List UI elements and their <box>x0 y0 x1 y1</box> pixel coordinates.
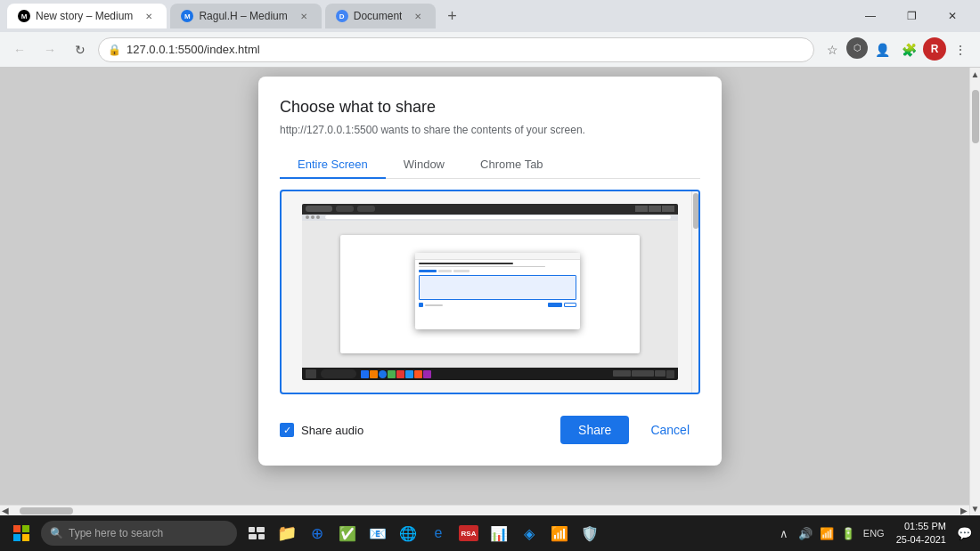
screen-preview-image <box>302 204 677 381</box>
lock-icon: 🔒 <box>108 44 121 56</box>
tab-entire-screen[interactable]: Entire Screen <box>280 150 386 178</box>
scroll-left-button[interactable]: ◀ <box>0 506 11 515</box>
scroll-right-button[interactable]: ▶ <box>959 506 969 515</box>
preview-container <box>282 191 698 393</box>
scroll-track-vertical <box>970 81 980 502</box>
notification-button[interactable]: 💬 <box>955 517 973 549</box>
nav-icons: ☆ ⬡ 👤 🧩 R ⋮ <box>820 37 973 62</box>
dialog-footer: ✓ Share audio Share Cancel <box>280 409 700 444</box>
bookmark-icon[interactable]: ☆ <box>820 37 845 62</box>
svg-rect-5 <box>257 527 265 532</box>
taskbar-icon-wifi[interactable]: 📶 <box>545 517 574 549</box>
taskbar-icon-task-view[interactable] <box>242 517 271 549</box>
share-audio-label: Share audio <box>301 424 363 437</box>
browser-frame: M New story – Medium ✕ M Ragul.H – Mediu… <box>0 0 980 551</box>
taskbar-icon-backup[interactable]: 🛡️ <box>576 517 604 549</box>
forward-button[interactable]: → <box>37 37 62 62</box>
share-dialog: Choose what to share http://127.0.0.1:55… <box>258 77 722 466</box>
svg-rect-2 <box>13 534 20 541</box>
taskbar-icon-powerpoint[interactable]: 📊 <box>485 517 513 549</box>
tab-favicon-medium: M <box>18 10 30 22</box>
tab-favicon-ragul: M <box>181 10 193 22</box>
scroll-thumb-horizontal <box>20 507 73 515</box>
extension-icon-2[interactable]: 👤 <box>870 37 894 62</box>
taskbar-icon-vs[interactable]: ◈ <box>515 517 543 549</box>
taskbar-icon-ie[interactable]: e <box>424 517 453 549</box>
scroll-down-button[interactable]: ▼ <box>969 502 980 515</box>
taskbar-icon-chrome[interactable]: 🌐 <box>394 517 422 549</box>
dialog-subtitle: http://127.0.0.1:5500 wants to share the… <box>280 124 700 136</box>
dialog-overlay: Choose what to share http://127.0.0.1:55… <box>0 68 980 551</box>
taskbar: 🔍 Type here to search 📁 ⊕ ✅ 📧 🌐 e <box>0 515 980 551</box>
tab-document[interactable]: D Document ✕ <box>325 4 437 28</box>
clock-time: 01:55 PM <box>896 520 946 533</box>
tab-favicon-doc: D <box>336 10 348 22</box>
window-controls: — ❐ ✕ <box>850 4 973 28</box>
extension-icon-1[interactable]: ⬡ <box>846 37 868 59</box>
share-button[interactable]: Share <box>560 416 629 444</box>
cancel-button[interactable]: Cancel <box>640 416 700 444</box>
tray-show-hidden[interactable]: ∧ <box>775 517 793 549</box>
tray-battery[interactable]: 🔋 <box>839 517 857 549</box>
share-tabs: Entire Screen Window Chrome Tab <box>280 150 700 179</box>
scroll-thumb-vertical <box>972 90 979 143</box>
taskbar-icon-file-explorer[interactable]: 📁 <box>273 517 301 549</box>
taskbar-icon-rsa[interactable]: RSA <box>454 517 483 549</box>
share-audio-option[interactable]: ✓ Share audio <box>280 423 363 437</box>
tab-close-ragul[interactable]: ✕ <box>297 9 311 23</box>
clock-date: 25-04-2021 <box>896 533 946 547</box>
profile-avatar[interactable]: R <box>923 37 946 61</box>
tab-chrome-tab[interactable]: Chrome Tab <box>462 150 561 178</box>
dialog-actions: Share Cancel <box>560 416 700 444</box>
scroll-track-horizontal <box>11 506 959 515</box>
tab-window[interactable]: Window <box>386 150 462 178</box>
screen-preview-area[interactable] <box>280 190 700 394</box>
search-placeholder: Type here to search <box>69 527 163 539</box>
checkmark-icon: ✓ <box>283 425 291 435</box>
new-tab-button[interactable]: + <box>439 4 464 28</box>
preview-scrollbar[interactable] <box>691 191 698 393</box>
preview-scrollbar-thumb <box>693 193 698 229</box>
svg-rect-1 <box>22 525 29 532</box>
menu-button[interactable]: ⋮ <box>948 37 973 62</box>
close-button[interactable]: ✕ <box>932 4 973 28</box>
restore-button[interactable]: ❐ <box>891 4 932 28</box>
address-text: 127.0.0.1:5500/index.html <box>127 43 260 56</box>
taskbar-search[interactable]: 🔍 Type here to search <box>41 521 237 546</box>
tab-close-new-story[interactable]: ✕ <box>142 9 156 23</box>
extension-icon-3[interactable]: 🧩 <box>896 37 921 62</box>
page-scrollbar-horizontal[interactable]: ◀ ▶ <box>0 505 969 515</box>
taskbar-icon-edge[interactable]: ⊕ <box>303 517 331 549</box>
title-bar: M New story – Medium ✕ M Ragul.H – Mediu… <box>0 0 980 32</box>
taskbar-pinned-icons: 📁 ⊕ ✅ 📧 🌐 e RSA 📊 ◈ 📶 🛡️ <box>242 517 604 549</box>
tray-network[interactable]: 📶 <box>818 517 836 549</box>
tab-new-story[interactable]: M New story – Medium ✕ <box>7 4 167 28</box>
system-clock[interactable]: 01:55 PM 25-04-2021 <box>891 520 951 547</box>
scroll-up-button[interactable]: ▲ <box>969 68 980 81</box>
windows-logo-icon <box>13 525 29 541</box>
tab-title-document: Document <box>354 10 403 22</box>
svg-rect-7 <box>258 534 265 539</box>
mini-taskbar <box>302 368 677 380</box>
reload-button[interactable]: ↻ <box>68 37 93 62</box>
dialog-title: Choose what to share <box>280 98 700 117</box>
share-audio-checkbox[interactable]: ✓ <box>280 423 294 437</box>
search-icon: 🔍 <box>50 527 63 539</box>
tab-title-new-story: New story – Medium <box>36 10 133 22</box>
svg-rect-0 <box>13 525 20 532</box>
tray-volume[interactable]: 🔊 <box>796 517 814 549</box>
taskbar-icon-outlook[interactable]: 📧 <box>363 517 392 549</box>
tray-lang[interactable]: ENG <box>861 517 887 549</box>
page-scrollbar-vertical[interactable]: ▲ ▼ <box>969 68 980 515</box>
taskbar-icon-ticktick[interactable]: ✅ <box>333 517 362 549</box>
tab-close-document[interactable]: ✕ <box>411 9 425 23</box>
tab-ragul[interactable]: M Ragul.H – Medium ✕ <box>170 4 321 28</box>
back-button[interactable]: ← <box>7 37 32 62</box>
tab-title-ragul: Ragul.H – Medium <box>199 10 287 22</box>
address-bar[interactable]: 🔒 127.0.0.1:5500/index.html <box>98 37 814 62</box>
navigation-bar: ← → ↻ 🔒 127.0.0.1:5500/index.html ☆ ⬡ 👤 … <box>0 32 980 68</box>
start-button[interactable] <box>4 517 39 549</box>
mini-title-bar <box>302 204 677 215</box>
svg-rect-4 <box>249 527 255 532</box>
minimize-button[interactable]: — <box>850 4 891 28</box>
